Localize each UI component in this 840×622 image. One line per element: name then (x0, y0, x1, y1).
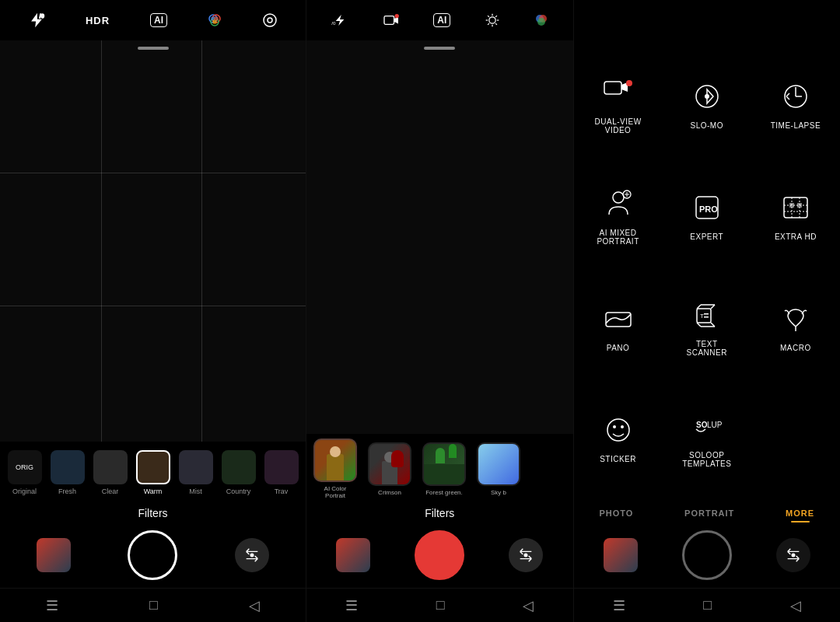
text-scanner-icon: T (688, 296, 726, 334)
mode-extra-hd[interactable]: EXTRA HD (751, 159, 840, 271)
pano-icon (600, 300, 637, 337)
ai-icon[interactable]: AI (150, 13, 167, 27)
ai-mixed-icon (600, 185, 637, 222)
colors-icon[interactable] (208, 13, 222, 27)
video-viewfinder[interactable] (306, 40, 573, 434)
nav-menu-more[interactable]: ☰ (613, 597, 625, 614)
dual-view-label: DUAL-VIEWVIDEO (595, 117, 642, 135)
svg-point-66 (621, 425, 624, 428)
more-flip-button[interactable] (776, 538, 810, 572)
nav-home-video[interactable]: □ (436, 597, 445, 613)
svg-line-38 (786, 96, 789, 100)
panel-video: /0 AI (306, 0, 574, 622)
mode-time-lapse[interactable]: TIME-LAPSE (751, 48, 840, 159)
flip-camera-button[interactable] (235, 538, 269, 572)
filter-strip: ORIG Original Fresh Clear Warm Mist Coun… (0, 442, 306, 504)
svg-text:/0: /0 (331, 20, 336, 26)
svg-point-26 (537, 18, 545, 26)
mode-soloop[interactable]: SO LUP SOLOOPTEMPLATES (663, 382, 751, 493)
sticker-icon (600, 411, 637, 449)
shutter-button[interactable] (128, 530, 177, 580)
filter-original[interactable]: ORIG Original (3, 447, 46, 498)
mode-sticker[interactable]: STICKER (574, 382, 663, 493)
tab-more[interactable]: MORE (778, 504, 822, 522)
video-gallery-thumbnail[interactable] (336, 538, 370, 572)
bottom-controls-more (574, 526, 841, 588)
mode-macro[interactable]: MACRO (751, 271, 840, 382)
nav-menu-video[interactable]: ☰ (345, 597, 358, 614)
bottom-controls-photo (0, 526, 306, 588)
video-filter-strip: AI ColorPortrait Crimson Forest green. (306, 434, 573, 504)
grid-v1 (101, 40, 102, 442)
pano-label: PANO (607, 344, 630, 352)
grid-v2 (201, 40, 202, 442)
svg-line-21 (495, 23, 497, 25)
svg-rect-28 (604, 82, 621, 94)
filter-mist[interactable]: Mist (174, 447, 217, 498)
bottom-controls-video (306, 526, 573, 588)
video-flip-button[interactable] (509, 538, 543, 572)
extra-hd-icon (777, 189, 814, 226)
svg-point-15 (489, 17, 495, 23)
extra-hd-label: EXTRA HD (775, 232, 817, 241)
svg-line-37 (786, 93, 789, 96)
video-ai-icon[interactable]: AI (433, 13, 450, 27)
filter-warm[interactable]: Warm (131, 447, 174, 498)
nav-back-video[interactable]: ◁ (523, 597, 534, 614)
filter-fresh[interactable]: Fresh (46, 447, 89, 498)
more-shutter-button[interactable] (682, 530, 732, 580)
tab-portrait[interactable]: PORTRAIT (677, 504, 742, 522)
nav-home-photo[interactable]: □ (149, 597, 158, 613)
filter-crimson[interactable]: Crimson (362, 439, 417, 499)
video-flash-icon[interactable]: /0 (331, 14, 348, 26)
svg-point-14 (394, 14, 398, 18)
expert-icon: PRO (688, 189, 726, 226)
nav-back-more[interactable]: ◁ (790, 597, 801, 614)
soloop-icon: SO LUP (688, 407, 726, 445)
nav-menu-photo[interactable]: ☰ (46, 597, 58, 614)
more-gallery-thumbnail[interactable] (604, 538, 638, 572)
hdr-icon[interactable]: HDR (86, 15, 110, 26)
nav-bar-video: ☰ □ ◁ (306, 588, 573, 622)
grid-h2 (0, 306, 306, 306)
svg-rect-51 (797, 203, 802, 208)
mode-tabs: PHOTO PORTRAIT MORE (574, 501, 841, 526)
time-lapse-label: TIME-LAPSE (771, 121, 821, 130)
svg-line-23 (488, 23, 489, 25)
circle-icon[interactable] (262, 12, 278, 28)
filters-label: Filters (0, 504, 306, 526)
svg-point-30 (626, 80, 632, 86)
photo-viewfinder[interactable] (0, 40, 306, 442)
slo-mo-label: SLO-MO (691, 121, 723, 130)
svg-point-33 (705, 94, 709, 99)
filter-country[interactable]: Country (217, 447, 260, 498)
mode-pano[interactable]: PANO (574, 271, 663, 382)
video-filters-label: Filters (306, 504, 573, 526)
mode-ai-mixed[interactable]: AI MIXEDPORTRAIT (574, 159, 663, 271)
mode-text-scanner[interactable]: T TEXTSCANNER (663, 271, 751, 382)
mode-slo-mo[interactable]: SLO-MO (663, 48, 751, 159)
video-brightness-icon[interactable] (485, 12, 500, 28)
gallery-thumbnail[interactable] (37, 538, 71, 572)
mode-dual-view[interactable]: DUAL-VIEWVIDEO (574, 48, 663, 159)
filter-ai-portrait[interactable]: AI ColorPortrait (308, 435, 362, 502)
panel-more: DUAL-VIEWVIDEO SLO-MO (574, 0, 841, 622)
mode-expert[interactable]: PRO EXPERT (663, 159, 751, 271)
macro-label: MACRO (780, 344, 811, 352)
filter-travel[interactable]: Trav (260, 447, 303, 498)
nav-back-photo[interactable]: ◁ (249, 597, 260, 614)
filter-sky-blue[interactable]: Sky b (471, 439, 526, 499)
ai-mixed-label: AI MIXEDPORTRAIT (597, 229, 639, 246)
tab-photo[interactable]: PHOTO (591, 504, 641, 522)
svg-point-8 (268, 18, 272, 23)
video-dual-cam-icon[interactable] (383, 13, 400, 27)
flash-icon[interactable]: /0 (28, 12, 45, 29)
svg-line-22 (495, 16, 497, 17)
filter-forest-green[interactable]: Forest green. (417, 439, 471, 499)
video-colors-icon[interactable] (534, 13, 548, 27)
svg-point-65 (613, 425, 616, 428)
sticker-label: STICKER (600, 455, 636, 463)
nav-home-more[interactable]: □ (703, 597, 712, 613)
record-button[interactable] (415, 530, 464, 580)
filter-clear[interactable]: Clear (89, 447, 131, 498)
